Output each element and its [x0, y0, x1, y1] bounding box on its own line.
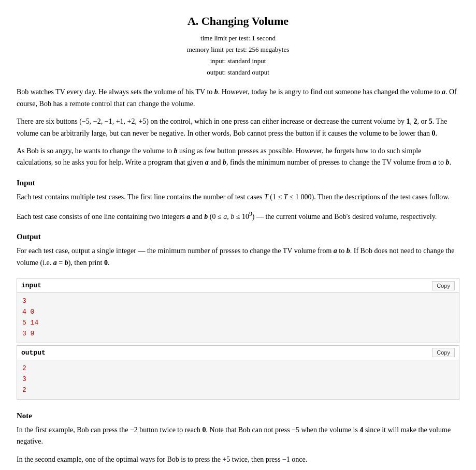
note-paragraph-2: In the second example, one of the optima…: [17, 454, 459, 465]
meta-info: time limit per test: 1 second memory lim…: [17, 33, 459, 78]
input-io-block: input Copy 3 4 0 5 14 3 9: [17, 278, 459, 343]
output-section-title: Output: [17, 231, 459, 243]
note-section-title: Note: [17, 410, 459, 422]
output-io-block: output Copy 2 3 2: [17, 345, 459, 400]
output-io-label: output: [21, 348, 46, 358]
meta-line-2: memory limit per test: 256 megabytes: [17, 44, 459, 55]
page-title: A. Changing Volume: [17, 12, 459, 30]
intro-paragraph-3: As Bob is so angry, he wants to change t…: [17, 145, 459, 169]
meta-line-1: time limit per test: 1 second: [17, 33, 459, 44]
input-io-content: 3 4 0 5 14 3 9: [17, 293, 459, 342]
intro-paragraph-1: Bob watches TV every day. He always sets…: [17, 86, 459, 110]
output-io-content: 2 3 2: [17, 360, 459, 399]
meta-line-4: output: standard output: [17, 67, 459, 78]
input-io-header: input Copy: [17, 278, 459, 293]
input-desc-1: Each test contains multiple test cases. …: [17, 192, 459, 203]
output-io-header: output Copy: [17, 346, 459, 361]
note-paragraph-1: In the first example, Bob can press the …: [17, 424, 459, 448]
meta-line-3: input: standard input: [17, 55, 459, 67]
input-desc-2: Each test case consists of one line cont…: [17, 210, 459, 223]
input-copy-button[interactable]: Copy: [432, 281, 455, 290]
intro-paragraph-2: There are six buttons (−5, −2, −1, +1, +…: [17, 116, 459, 139]
input-section-title: Input: [17, 177, 459, 189]
output-copy-button[interactable]: Copy: [432, 348, 455, 357]
input-io-label: input: [21, 281, 41, 291]
output-desc: For each test case, output a single inte…: [17, 245, 459, 269]
